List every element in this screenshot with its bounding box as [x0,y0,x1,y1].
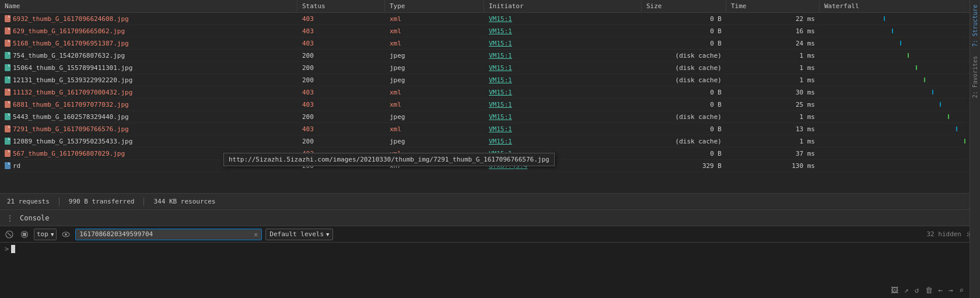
cell-initiator[interactable]: VM15:1 [484,25,642,37]
cell-size: (disk cache) [642,50,726,61]
forward-bottom-icon[interactable]: → [949,286,953,295]
table-row[interactable]: 754_thumb_G_1542076807632.jpg 200 jpeg V… [0,50,980,62]
cell-status: 200 [298,62,385,73]
table-row[interactable]: 11132_thumb_G_1617097000432.jpg 403 xml … [0,86,980,99]
console-cursor [11,245,15,253]
console-input[interactable]: 1617086820349599704 [79,230,254,238]
cell-waterfall [820,86,980,98]
back-bottom-icon[interactable]: ← [939,286,943,295]
cell-status: 403 [298,37,385,49]
cell-type: xml [385,99,484,110]
cell-initiator[interactable]: VM15:1 [484,135,642,147]
svg-rect-0 [5,15,10,22]
console-input-clear-button[interactable]: ✕ [254,230,258,239]
visibility-toggle[interactable] [60,229,72,240]
footer-sep-2 [144,198,144,206]
table-row[interactable]: 7291_thumb_G_1617096766576.jpg 403 xml V… [0,123,980,135]
col-waterfall[interactable]: Waterfall ▲ [820,0,980,12]
devtools-panel: Name Status Type Initiator Size Time [0,0,980,298]
image-bottom-icon[interactable]: 🖼 [891,286,898,295]
file-icon [5,15,10,22]
cell-filename: 7291_thumb_G_1617096766576.jpg [0,123,298,135]
cell-time: 25 ms [726,99,820,110]
svg-point-18 [65,233,67,236]
svg-rect-9 [5,125,10,132]
cell-filename: 5443_thumb_G_1602578329440.jpg [0,111,298,122]
cell-filename: 15064_thumb_G_1557899411301.jpg [0,62,298,73]
svg-rect-5 [5,76,10,83]
cell-status: 403 [298,25,385,37]
cell-size: 0 B [642,13,726,24]
trash-bottom-icon[interactable]: 🗑 [925,286,933,295]
cell-filename: 11132_thumb_G_1617097000432.jpg [0,86,298,98]
cell-time: 1 ms [726,135,820,147]
cell-filename: 629_thumb_G_1617096665062.jpg [0,25,298,37]
cell-time: 1 ms [726,74,820,86]
col-time[interactable]: Time [726,0,820,12]
context-value: top [37,230,48,238]
sidebar-tab-favorites[interactable]: 2: Favorites [971,51,979,103]
stop-icon [20,230,29,239]
cell-initiator[interactable]: VM15:1 [484,50,642,61]
table-row[interactable]: 5168_thumb_G_1617096951387.jpg 403 xml V… [0,37,980,50]
col-name[interactable]: Name [0,0,298,12]
arrow-bottom-icon[interactable]: ↗ [904,286,909,295]
sidebar-tab-structure[interactable]: 7: Structure [971,0,979,51]
cell-type: xml [385,86,484,98]
cell-initiator[interactable]: VM15:1 [484,99,642,110]
cell-size: 0 B [642,148,726,159]
log-levels-label: Default levels [270,230,324,238]
cell-time: 13 ms [726,123,820,135]
console-body[interactable]: > [0,243,980,298]
cell-size: 0 B [642,25,726,37]
cell-initiator[interactable]: VM15:1 [484,62,642,73]
cell-status: 403 [298,86,385,98]
context-selector[interactable]: top ▼ [34,229,57,240]
cell-filename: 12131_thumb_G_1539322992220.jpg [0,74,298,86]
cell-size: 0 B [642,86,726,98]
hidden-messages-count: 32 hidden [926,230,961,238]
svg-line-14 [8,233,11,236]
cell-initiator[interactable]: VM15:1 [484,111,642,122]
table-row[interactable]: 12131_thumb_G_1539322992220.jpg 200 jpeg… [0,74,980,86]
cell-time: 30 ms [726,86,820,98]
col-initiator[interactable]: Initiator [484,0,642,12]
console-drag-handle[interactable]: ⋮ [5,213,15,223]
stop-recording-button[interactable] [19,229,30,240]
svg-rect-16 [23,233,26,236]
clear-console-button[interactable] [4,229,15,240]
svg-rect-11 [5,150,10,157]
log-levels-selector[interactable]: Default levels ▼ [265,229,333,240]
cell-waterfall [820,25,980,37]
cell-status: 200 [298,50,385,61]
search-bottom-icon[interactable]: ⌕ [959,286,964,295]
cell-size: (disk cache) [642,135,726,147]
console-input-wrapper[interactable]: 1617086820349599704 ✕ [75,229,262,240]
table-row[interactable]: 12089_thumb_G_1537950235433.jpg 200 jpeg… [0,135,980,148]
table-row[interactable]: 629_thumb_G_1617096665062.jpg 403 xml VM… [0,25,980,37]
col-type[interactable]: Type [385,0,484,12]
cell-initiator[interactable]: VM15:1 [484,13,642,24]
cell-initiator[interactable]: VM15:1 [484,74,642,86]
cell-initiator[interactable]: VM15:1 [484,86,642,98]
file-icon [5,125,10,132]
file-icon [5,89,10,96]
table-row[interactable]: 15064_thumb_G_1557899411301.jpg 200 jpeg… [0,62,980,74]
cell-initiator[interactable]: VM15:1 [484,37,642,49]
network-tooltip: http://5izazhi.5izazhi.com/images/202103… [223,153,555,166]
cell-time: 1 ms [726,111,820,122]
cell-waterfall [820,123,980,135]
refresh-bottom-icon[interactable]: ↺ [915,286,919,295]
transferred-size: 990 B transferred [69,198,135,205]
context-dropdown-icon: ▼ [51,232,54,237]
table-row[interactable]: 6881_thumb_G_1617097077032.jpg 403 xml V… [0,99,980,111]
cell-type: jpeg [385,111,484,122]
table-row[interactable]: 5443_thumb_G_1602578329440.jpg 200 jpeg … [0,111,980,123]
file-icon [5,113,10,120]
col-status[interactable]: Status [298,0,385,12]
svg-rect-12 [5,162,10,169]
table-row[interactable]: 6932_thumb_G_1617096624608.jpg 403 xml V… [0,13,980,25]
cell-status: 200 [298,111,385,122]
cell-initiator[interactable]: VM15:1 [484,123,642,135]
col-size[interactable]: Size [642,0,726,12]
